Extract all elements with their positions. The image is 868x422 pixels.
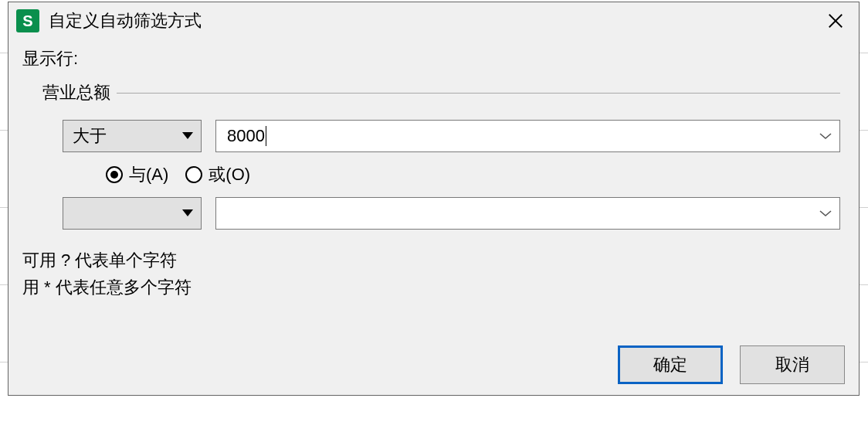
app-icon: S: [16, 9, 39, 32]
dialog-footer: 确定 取消: [618, 345, 845, 384]
value-text-1: 8000: [227, 126, 265, 146]
criteria-fieldset: 营业总额 大于 8000: [42, 81, 840, 230]
cancel-button[interactable]: 取消: [740, 345, 845, 384]
hint-line-2: 用 * 代表任意多个字符: [22, 274, 845, 301]
operator-dropdown-2[interactable]: [63, 197, 202, 230]
text-cursor: [266, 126, 266, 146]
radio-and[interactable]: 与(A): [106, 163, 168, 186]
operator-value-1: 大于: [73, 124, 107, 148]
chevron-down-icon: [182, 132, 193, 140]
dialog-body: 显示行: 营业总额 大于 8000: [8, 39, 859, 301]
show-rows-label: 显示行:: [22, 47, 845, 70]
criteria-row-2: [63, 197, 840, 230]
radio-icon: [106, 166, 123, 183]
close-icon: [827, 12, 844, 29]
value-combobox-2[interactable]: [215, 197, 840, 230]
logic-radio-group: 与(A) 或(O): [106, 163, 840, 186]
radio-icon: [185, 166, 202, 183]
titlebar: S 自定义自动筛选方式: [8, 2, 859, 39]
dialog-title: 自定义自动筛选方式: [49, 9, 202, 32]
close-button[interactable]: [820, 5, 851, 36]
radio-or[interactable]: 或(O): [185, 163, 250, 186]
hint-line-1: 可用 ? 代表单个字符: [22, 247, 845, 274]
chevron-down-icon: [819, 132, 832, 140]
criteria-row-1: 大于 8000: [63, 120, 840, 152]
field-name-label: 营业总额: [42, 81, 110, 104]
radio-or-label: 或(O): [209, 163, 250, 186]
wildcard-hints: 可用 ? 代表单个字符 用 * 代表任意多个字符: [22, 247, 845, 301]
operator-dropdown-1[interactable]: 大于: [63, 120, 202, 152]
chevron-down-icon: [819, 209, 832, 217]
fieldset-divider: [117, 93, 840, 94]
custom-autofilter-dialog: S 自定义自动筛选方式 显示行: 营业总额 大于: [8, 2, 860, 396]
svg-marker-3: [182, 209, 193, 216]
radio-and-label: 与(A): [129, 163, 168, 186]
chevron-down-icon: [182, 209, 193, 217]
value-combobox-1[interactable]: 8000: [215, 120, 840, 152]
ok-button[interactable]: 确定: [618, 345, 723, 384]
svg-marker-2: [182, 132, 193, 139]
